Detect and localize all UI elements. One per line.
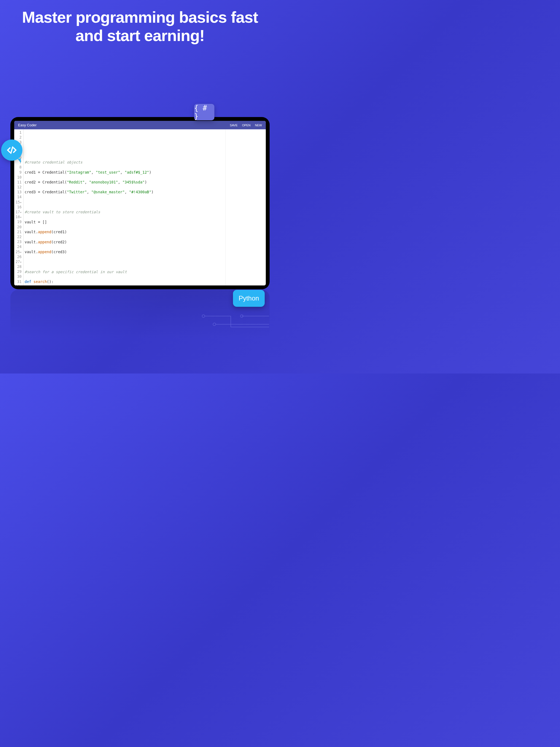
hash-badge: { # } xyxy=(194,104,214,120)
new-button[interactable]: NEW xyxy=(255,124,262,127)
open-button[interactable]: OPEN xyxy=(242,124,251,127)
python-badge: Python xyxy=(233,290,265,307)
app-header: Easy Coder SAVE OPEN NEW xyxy=(14,121,266,129)
svg-point-1 xyxy=(202,315,205,317)
headline: Master programming basics fast and start… xyxy=(0,0,280,45)
svg-line-0 xyxy=(11,147,13,153)
svg-point-5 xyxy=(213,323,216,326)
circuit-decoration xyxy=(198,311,269,335)
save-button[interactable]: SAVE xyxy=(230,124,238,127)
code-area[interactable]: #create credential objects cred1 = Crede… xyxy=(24,129,266,285)
tablet-frame: Easy Coder SAVE OPEN NEW 123456789101112… xyxy=(10,117,270,289)
ruler xyxy=(225,129,226,285)
code-editor[interactable]: 123456789101112131415▾1617▾18▾1920212223… xyxy=(14,129,266,285)
app-screen: Easy Coder SAVE OPEN NEW 123456789101112… xyxy=(14,121,266,285)
code-bubble-icon xyxy=(1,139,22,161)
app-title: Easy Coder xyxy=(18,123,226,127)
